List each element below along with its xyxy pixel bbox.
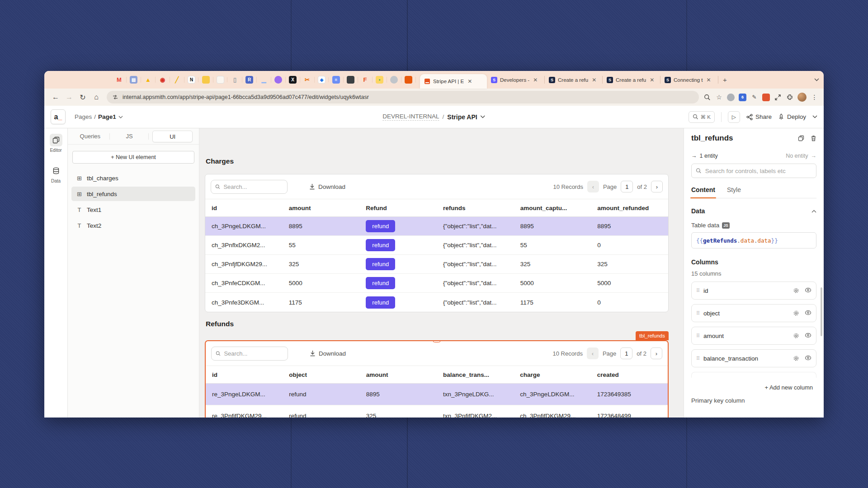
column-header[interactable]: id <box>206 371 283 378</box>
deploy-menu-chevron-icon[interactable] <box>812 115 817 118</box>
pinned-tab-dash-blue-icon[interactable]: ▁ <box>260 76 268 84</box>
refunds-search-input[interactable] <box>224 350 283 357</box>
column-card-object[interactable]: ⠿ object <box>691 304 816 322</box>
column-header[interactable]: charge <box>514 371 590 378</box>
column-settings-gear-icon[interactable] <box>793 355 799 361</box>
tab-stripe-api[interactable]: Stripe API | E ✕ <box>420 74 487 89</box>
close-tab-icon[interactable]: ✕ <box>467 78 472 84</box>
column-visibility-eye-icon[interactable] <box>805 355 811 361</box>
new-tab-button[interactable]: + <box>718 76 731 84</box>
charges-row-4[interactable]: ch_3PnfeCDKGM... 5000 refund {"object":"… <box>205 274 668 293</box>
pinned-tab-x-social-icon[interactable]: X <box>289 76 297 84</box>
pinned-tab-gmail-icon[interactable]: M <box>115 76 123 84</box>
charges-row-1[interactable]: ch_3PngeLDKGM... 8895 refund {"object":"… <box>205 217 668 236</box>
tab-create-refund-1[interactable]: S Create a refu ✕ <box>545 71 603 89</box>
pinned-tab-figma-icon[interactable]: F <box>361 76 369 84</box>
column-header[interactable]: amount <box>283 205 360 211</box>
browser-menu-icon[interactable]: ⋮ <box>811 94 818 101</box>
drag-handle-icon[interactable]: ⠿ <box>696 310 700 316</box>
run-button[interactable]: ▷ <box>728 111 740 123</box>
share-button[interactable]: Share <box>746 113 772 120</box>
pinned-tab-dark-square-icon[interactable] <box>347 76 354 84</box>
close-tab-icon[interactable]: ✕ <box>533 77 538 83</box>
extension-orange-icon[interactable] <box>762 94 770 101</box>
close-tab-icon[interactable]: ✕ <box>650 77 654 83</box>
js-toggle-badge[interactable]: JS <box>722 222 729 229</box>
refunds-table-widget[interactable]: Download 10 Records ‹ Page of 2 › id obj… <box>205 340 669 418</box>
column-settings-gear-icon[interactable] <box>793 333 799 339</box>
column-header[interactable]: amount_refunded <box>591 205 668 211</box>
tab-js[interactable]: JS <box>110 131 149 142</box>
puzzle-extensions-icon[interactable] <box>786 94 793 101</box>
tab-ui[interactable]: UI <box>152 131 193 142</box>
extension-grey-icon[interactable] <box>727 94 735 101</box>
pinned-tab-page-grey-icon[interactable]: ▯ <box>231 76 239 84</box>
back-icon[interactable]: ← <box>50 93 61 101</box>
extension-pencil-icon[interactable]: ✎ <box>750 94 758 101</box>
site-settings-icon[interactable] <box>112 94 118 100</box>
data-section-header[interactable]: Data <box>691 207 816 215</box>
tab-style[interactable]: Style <box>727 186 741 198</box>
charges-row-5[interactable]: ch_3Pnfe3DKGM... 1175 refund {"object":"… <box>205 293 668 312</box>
tab-queries[interactable]: Queries <box>71 131 110 142</box>
pinned-tab-notion-icon[interactable]: N <box>188 76 195 84</box>
panel-scrollbar[interactable] <box>821 287 822 336</box>
column-settings-gear-icon[interactable] <box>793 287 799 294</box>
workspace-name[interactable]: DEVREL-INTERNAL <box>382 113 439 121</box>
column-header[interactable]: refunds <box>437 205 514 211</box>
tbl-refunds-widget-tag[interactable]: tbl_refunds <box>636 331 669 340</box>
pinned-tab-yellow-square-icon[interactable] <box>202 76 210 84</box>
pinned-tab-drive-icon[interactable]: ▲ <box>144 76 152 84</box>
pinned-tab-clip-orange-icon[interactable]: ✂ <box>303 76 311 84</box>
rail-item-data[interactable]: Data <box>50 164 62 183</box>
omnibar-search-button[interactable]: ⌘ K <box>689 111 715 123</box>
pinned-tab-globe-red-icon[interactable]: ◉ <box>159 76 166 84</box>
charges-row-2[interactable]: ch_3PnflxDKGM2... 55 refund {"object":"l… <box>205 236 668 255</box>
drag-handle-icon[interactable]: ⠿ <box>696 333 700 339</box>
tab-create-refund-2[interactable]: S Create a refu ✕ <box>603 71 660 89</box>
close-tab-icon[interactable]: ✕ <box>592 77 596 83</box>
page-number-input[interactable] <box>621 181 633 192</box>
delete-widget-icon[interactable] <box>811 135 816 141</box>
drag-handle-icon[interactable]: ⠿ <box>696 356 700 361</box>
next-page-button[interactable]: › <box>651 181 663 192</box>
pinned-tab-grey-circle-icon[interactable] <box>390 76 398 84</box>
copy-widget-icon[interactable] <box>798 135 804 141</box>
prev-page-button[interactable]: ‹ <box>587 181 599 192</box>
pinned-tab-replit-r-icon[interactable]: R <box>245 76 253 84</box>
column-header[interactable]: balance_trans... <box>437 371 514 378</box>
pinned-tab-card-white-icon[interactable] <box>217 76 224 84</box>
chevron-down-icon[interactable] <box>481 115 486 118</box>
refunds-row-1[interactable]: re_3PngeLDKGM... refund 8895 txn_3PngeLD… <box>206 384 668 405</box>
charges-download-button[interactable]: Download <box>309 183 345 190</box>
next-page-button[interactable]: › <box>651 347 662 359</box>
widget-item-text2[interactable]: T Text2 <box>71 218 195 233</box>
column-header[interactable]: amount_captu... <box>514 205 591 211</box>
pinned-tab-diamond-blue-icon[interactable]: ◈ <box>318 76 326 84</box>
forward-icon[interactable]: → <box>63 93 75 101</box>
column-settings-gear-icon[interactable] <box>793 310 799 316</box>
appsmith-logo[interactable]: a_ <box>51 109 66 124</box>
refund-button[interactable]: refund <box>366 277 395 289</box>
column-header[interactable]: Refund <box>359 205 437 211</box>
extension-blue-icon[interactable]: 6 <box>739 94 746 101</box>
close-tab-icon[interactable]: ✕ <box>707 77 711 83</box>
refund-button[interactable]: refund <box>366 239 395 251</box>
new-ui-element-button[interactable]: + New UI element <box>72 151 194 164</box>
pinned-tab-bag-yellow-icon[interactable]: ▪ <box>376 76 383 84</box>
collapse-chevron-icon[interactable] <box>811 210 816 213</box>
column-card-id[interactable]: ⠿ id <box>691 282 816 300</box>
column-card-balance-transaction[interactable]: ⠿ balance_transaction <box>691 349 816 367</box>
charges-table-widget[interactable]: Download 10 Records ‹ Page of 2 › id amo… <box>205 174 669 312</box>
widget-item-tbl-charges[interactable]: ⊞ tbl_charges <box>71 171 195 185</box>
pinned-tab-docs-blue-icon[interactable]: ▤ <box>130 76 137 84</box>
column-card-partial[interactable] <box>691 372 816 378</box>
column-visibility-eye-icon[interactable] <box>805 287 811 294</box>
pinned-tab-doc-lines-icon[interactable]: ≡ <box>332 76 340 84</box>
panel-search-box[interactable] <box>691 164 816 178</box>
pinned-tab-purple-circle-icon[interactable] <box>274 76 282 84</box>
address-bar[interactable]: internal.appsmith.com/app/stripe-api/pag… <box>107 91 699 103</box>
charges-row-3[interactable]: ch_3PnfjfDKGM29... 325 refund {"object":… <box>205 255 668 274</box>
charges-search-box[interactable] <box>211 180 288 194</box>
column-header[interactable]: amount <box>360 371 437 378</box>
